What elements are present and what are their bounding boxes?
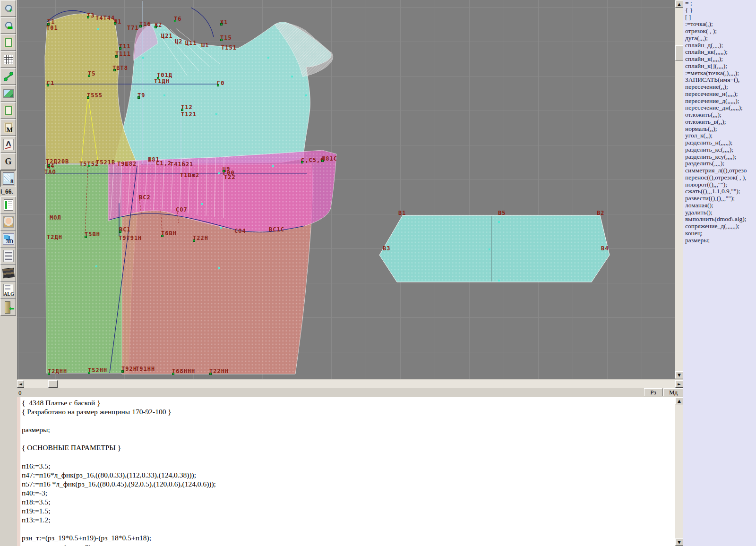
command-item[interactable]: размеры; bbox=[683, 237, 756, 244]
command-item[interactable]: = ; bbox=[683, 0, 756, 7]
canvas-scroll-right-button[interactable]: ► bbox=[675, 380, 683, 388]
point-marker bbox=[301, 161, 303, 163]
point-marker bbox=[88, 165, 90, 167]
command-item[interactable]: выполнить(dmod\.alg); bbox=[683, 216, 756, 223]
command-item[interactable]: дуга(,,,); bbox=[683, 35, 756, 42]
command-item[interactable]: сплайн_д(,,,,); bbox=[683, 42, 756, 49]
editor-scroll-down-button[interactable]: ▼ bbox=[675, 538, 683, 546]
point-label: Ц11 bbox=[185, 40, 197, 46]
snap-marker bbox=[220, 227, 222, 229]
md-button[interactable]: Мд bbox=[663, 388, 683, 396]
command-item[interactable]: сплайн_к(,,,,); bbox=[683, 56, 756, 63]
point-label: Т521В bbox=[96, 160, 115, 165]
command-item[interactable]: ЗАПИСАТЬ(имя=(), bbox=[683, 77, 756, 84]
pattern-m-icon[interactable]: M bbox=[0, 119, 16, 136]
command-item[interactable]: пересечение(,,); bbox=[683, 84, 756, 91]
point-marker bbox=[193, 239, 195, 242]
point-label: Ц21 bbox=[161, 33, 173, 39]
algorithm-editor[interactable]: { 4348 Платье с баской } { Разработано н… bbox=[17, 397, 675, 546]
command-item[interactable]: разделить_ксу(,,,,); bbox=[683, 154, 756, 161]
point-marker bbox=[119, 47, 121, 50]
table-icon[interactable] bbox=[0, 196, 16, 213]
canvas-scroll-up-button[interactable]: ▲ bbox=[675, 0, 683, 8]
point-label: В2 bbox=[597, 210, 604, 216]
point-label: Т9Т91Н bbox=[119, 235, 142, 241]
zoom-out-icon[interactable]: ▬ bbox=[0, 17, 16, 34]
letter-g-icon[interactable]: G bbox=[0, 153, 16, 170]
command-item[interactable]: нормаль(,,); bbox=[683, 126, 756, 133]
point-label: Т22НН bbox=[209, 368, 229, 374]
canvas-vscroll-thumb[interactable] bbox=[675, 45, 683, 60]
application-window: +▬MG8i_66.3DALG⬅ bbox=[0, 0, 756, 546]
point-marker bbox=[181, 109, 183, 111]
command-item[interactable]: :=точка(,); bbox=[683, 21, 756, 28]
snap-marker bbox=[163, 94, 165, 96]
books-icon[interactable] bbox=[0, 264, 16, 282]
editor-vscroll-track[interactable] bbox=[675, 404, 683, 538]
image-icon[interactable] bbox=[0, 85, 16, 102]
status-bar: 0 Рз Мд bbox=[17, 388, 683, 397]
snap-marker bbox=[218, 267, 220, 269]
command-item[interactable]: разделить_н(,,,,,); bbox=[683, 139, 756, 146]
command-item[interactable]: :=метка(точка(,),,,,); bbox=[683, 70, 756, 77]
zoom-in-icon[interactable]: + bbox=[0, 0, 16, 17]
rz-button[interactable]: Рз bbox=[644, 388, 662, 396]
command-item[interactable]: удалить(); bbox=[683, 209, 756, 216]
command-item[interactable]: разделить_кс(,,,,); bbox=[683, 146, 756, 154]
point-marker bbox=[119, 230, 121, 233]
canvas-vscroll-track[interactable] bbox=[675, 8, 683, 371]
canvas-hscroll-thumb[interactable] bbox=[48, 380, 58, 388]
point-marker bbox=[115, 55, 118, 58]
point-label: ТАО bbox=[44, 169, 56, 175]
notes-icon[interactable] bbox=[0, 247, 16, 264]
point-marker bbox=[223, 170, 225, 172]
point-label: В4 bbox=[601, 246, 609, 251]
command-item[interactable]: пересечение_д(,,,,,); bbox=[683, 98, 756, 105]
point-label: Т91НН bbox=[136, 366, 155, 372]
point-marker bbox=[172, 373, 174, 375]
point-marker bbox=[87, 16, 89, 18]
canvas-scroll-down-button[interactable]: ▼ bbox=[675, 371, 683, 378]
command-item[interactable]: развести((),(),,,""); bbox=[683, 195, 756, 202]
command-item[interactable]: [ ] bbox=[683, 14, 756, 21]
point-label: В5 bbox=[498, 210, 506, 216]
command-item[interactable]: ломаная(); bbox=[683, 202, 756, 209]
command-item[interactable]: сплайн_к[](,,,,); bbox=[683, 63, 756, 70]
point-marker bbox=[155, 26, 157, 28]
command-item[interactable]: отрезок( , ); bbox=[683, 28, 756, 35]
point-label: Т9Ш82 bbox=[117, 161, 137, 167]
view-3d-icon[interactable]: 3D bbox=[0, 230, 16, 247]
canvas-scroll-left-button[interactable]: ◄ bbox=[17, 380, 24, 388]
inspect-piece-icon[interactable] bbox=[0, 34, 16, 51]
exit-icon[interactable]: ⬅ bbox=[0, 299, 16, 316]
command-item[interactable]: симметрия_л((),отрезо bbox=[683, 167, 756, 174]
drafting-tools-icon[interactable] bbox=[0, 136, 16, 153]
measure-segment-icon[interactable] bbox=[0, 68, 16, 85]
point-label: Т2ДН bbox=[47, 234, 62, 240]
command-item[interactable]: сжать((),,,1.1,0.9,""); bbox=[683, 188, 756, 195]
command-item[interactable]: пересечение_дн(,,,,,); bbox=[683, 104, 756, 111]
command-item[interactable]: угол_к(,,); bbox=[683, 132, 756, 139]
portrait-icon[interactable] bbox=[0, 213, 16, 230]
command-item[interactable]: конец; bbox=[683, 230, 756, 237]
command-item[interactable]: отложить(,,,); bbox=[683, 111, 756, 119]
drawing-canvas[interactable]: Т1Т01Т3Т4Т44Ж1Т71Т16Ж2Т6Х1Т15Т151Ц21Ц2Ц1… bbox=[17, 0, 675, 379]
grid-icon[interactable] bbox=[0, 51, 16, 68]
command-item[interactable]: разделить(,,,,); bbox=[683, 160, 756, 167]
point-marker bbox=[220, 23, 223, 26]
command-item[interactable]: пересечение_н(,,,,); bbox=[683, 91, 756, 98]
ruler-8-icon[interactable]: 8 bbox=[0, 170, 16, 187]
command-item[interactable]: поворот((),,,""); bbox=[683, 181, 756, 188]
pattern-piece-icon[interactable] bbox=[0, 102, 16, 119]
editor-scroll-up-button[interactable]: ▲ bbox=[675, 397, 683, 404]
command-item[interactable]: перенос((),отрезок( , ), bbox=[683, 174, 756, 181]
alg-document-icon[interactable]: ALG bbox=[0, 282, 16, 299]
command-item[interactable]: сплайн_кк(,,,,,); bbox=[683, 49, 756, 56]
canvas-hscroll-track[interactable] bbox=[17, 380, 675, 388]
point-marker bbox=[157, 77, 159, 79]
command-item[interactable]: сопряжение_д(,,,,,,); bbox=[683, 223, 756, 230]
command-item[interactable]: отложить_в(,,); bbox=[683, 119, 756, 126]
point-label: Т68ННН bbox=[172, 368, 195, 374]
command-item[interactable]: { } bbox=[683, 7, 756, 14]
point-label: Т22 bbox=[224, 174, 236, 180]
